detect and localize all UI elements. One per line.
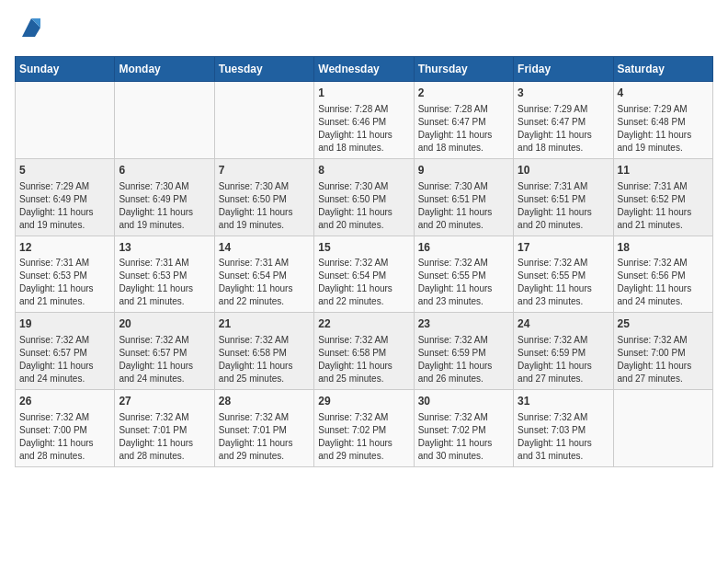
calendar-table: SundayMondayTuesdayWednesdayThursdayFrid… bbox=[15, 56, 713, 467]
day-info: Sunrise: 7:32 AMSunset: 7:00 PMDaylight:… bbox=[19, 411, 110, 463]
calendar-cell: 24Sunrise: 7:32 AMSunset: 6:59 PMDayligh… bbox=[514, 313, 613, 390]
day-number: 28 bbox=[219, 394, 310, 409]
calendar-cell: 14Sunrise: 7:31 AMSunset: 6:54 PMDayligh… bbox=[214, 236, 313, 313]
day-info: Sunrise: 7:28 AMSunset: 6:47 PMDaylight:… bbox=[418, 103, 509, 155]
day-info: Sunrise: 7:29 AMSunset: 6:49 PMDaylight:… bbox=[19, 180, 110, 232]
calendar-cell: 10Sunrise: 7:31 AMSunset: 6:51 PMDayligh… bbox=[514, 158, 613, 236]
day-header-friday: Friday bbox=[514, 57, 613, 82]
calendar-cell: 22Sunrise: 7:32 AMSunset: 6:58 PMDayligh… bbox=[314, 313, 414, 390]
day-number: 9 bbox=[418, 163, 509, 178]
calendar-cell: 13Sunrise: 7:31 AMSunset: 6:53 PMDayligh… bbox=[115, 236, 214, 313]
calendar-cell: 3Sunrise: 7:29 AMSunset: 6:47 PMDaylight… bbox=[514, 82, 613, 159]
calendar-cell: 11Sunrise: 7:31 AMSunset: 6:52 PMDayligh… bbox=[613, 158, 712, 236]
day-number: 17 bbox=[518, 240, 609, 256]
day-info: Sunrise: 7:30 AMSunset: 6:50 PMDaylight:… bbox=[219, 180, 310, 232]
day-info: Sunrise: 7:31 AMSunset: 6:53 PMDaylight:… bbox=[119, 257, 210, 308]
day-info: Sunrise: 7:32 AMSunset: 6:57 PMDaylight:… bbox=[119, 334, 210, 385]
day-header-sunday: Sunday bbox=[16, 57, 115, 82]
calendar-cell: 2Sunrise: 7:28 AMSunset: 6:47 PMDaylight… bbox=[414, 82, 513, 159]
day-header-wednesday: Wednesday bbox=[314, 57, 414, 82]
calendar-cell: 28Sunrise: 7:32 AMSunset: 7:01 PMDayligh… bbox=[214, 390, 313, 467]
calendar-cell bbox=[214, 82, 313, 159]
day-info: Sunrise: 7:32 AMSunset: 6:58 PMDaylight:… bbox=[219, 334, 310, 385]
day-number: 13 bbox=[119, 240, 210, 256]
day-info: Sunrise: 7:28 AMSunset: 6:46 PMDaylight:… bbox=[318, 103, 409, 155]
day-number: 31 bbox=[518, 394, 609, 409]
logo-icon bbox=[18, 15, 44, 40]
day-info: Sunrise: 7:32 AMSunset: 6:55 PMDaylight:… bbox=[518, 257, 609, 308]
calendar-week-row: 5Sunrise: 7:29 AMSunset: 6:49 PMDaylight… bbox=[16, 158, 713, 236]
calendar-cell: 8Sunrise: 7:30 AMSunset: 6:50 PMDaylight… bbox=[314, 158, 414, 236]
calendar-cell: 19Sunrise: 7:32 AMSunset: 6:57 PMDayligh… bbox=[16, 313, 115, 390]
calendar-cell: 15Sunrise: 7:32 AMSunset: 6:54 PMDayligh… bbox=[314, 236, 414, 313]
calendar-week-row: 19Sunrise: 7:32 AMSunset: 6:57 PMDayligh… bbox=[16, 313, 713, 390]
calendar-cell: 25Sunrise: 7:32 AMSunset: 7:00 PMDayligh… bbox=[613, 313, 712, 390]
calendar-cell bbox=[613, 390, 712, 467]
day-number: 24 bbox=[518, 316, 609, 332]
page-header bbox=[15, 15, 713, 45]
day-number: 19 bbox=[19, 316, 110, 332]
calendar-cell bbox=[115, 82, 214, 159]
calendar-cell: 23Sunrise: 7:32 AMSunset: 6:59 PMDayligh… bbox=[414, 313, 513, 390]
day-number: 4 bbox=[618, 86, 709, 101]
day-number: 23 bbox=[418, 316, 509, 332]
calendar-cell: 7Sunrise: 7:30 AMSunset: 6:50 PMDaylight… bbox=[214, 158, 313, 236]
day-info: Sunrise: 7:29 AMSunset: 6:48 PMDaylight:… bbox=[618, 103, 709, 155]
day-number: 3 bbox=[518, 86, 609, 101]
day-number: 12 bbox=[19, 240, 110, 256]
logo bbox=[15, 15, 44, 45]
day-number: 15 bbox=[318, 240, 409, 256]
day-info: Sunrise: 7:31 AMSunset: 6:52 PMDaylight:… bbox=[618, 180, 709, 232]
day-info: Sunrise: 7:32 AMSunset: 7:02 PMDaylight:… bbox=[318, 411, 409, 463]
day-number: 16 bbox=[418, 240, 509, 256]
calendar-cell: 4Sunrise: 7:29 AMSunset: 6:48 PMDaylight… bbox=[613, 82, 712, 159]
day-number: 26 bbox=[19, 394, 110, 409]
calendar-cell: 30Sunrise: 7:32 AMSunset: 7:02 PMDayligh… bbox=[414, 390, 513, 467]
day-info: Sunrise: 7:30 AMSunset: 6:51 PMDaylight:… bbox=[418, 180, 509, 232]
day-info: Sunrise: 7:32 AMSunset: 7:03 PMDaylight:… bbox=[518, 411, 609, 463]
day-number: 22 bbox=[318, 316, 409, 332]
day-header-thursday: Thursday bbox=[414, 57, 513, 82]
day-number: 5 bbox=[19, 163, 110, 178]
day-info: Sunrise: 7:32 AMSunset: 6:56 PMDaylight:… bbox=[618, 257, 709, 308]
calendar-cell: 6Sunrise: 7:30 AMSunset: 6:49 PMDaylight… bbox=[115, 158, 214, 236]
calendar-cell: 17Sunrise: 7:32 AMSunset: 6:55 PMDayligh… bbox=[514, 236, 613, 313]
day-info: Sunrise: 7:31 AMSunset: 6:51 PMDaylight:… bbox=[518, 180, 609, 232]
day-number: 8 bbox=[318, 163, 409, 178]
day-info: Sunrise: 7:32 AMSunset: 6:59 PMDaylight:… bbox=[518, 334, 609, 385]
calendar-week-row: 12Sunrise: 7:31 AMSunset: 6:53 PMDayligh… bbox=[16, 236, 713, 313]
day-number: 14 bbox=[219, 240, 310, 256]
day-info: Sunrise: 7:32 AMSunset: 7:02 PMDaylight:… bbox=[418, 411, 509, 463]
day-number: 29 bbox=[318, 394, 409, 409]
day-header-monday: Monday bbox=[115, 57, 214, 82]
day-info: Sunrise: 7:32 AMSunset: 6:55 PMDaylight:… bbox=[418, 257, 509, 308]
day-header-tuesday: Tuesday bbox=[214, 57, 313, 82]
day-number: 11 bbox=[618, 163, 709, 178]
calendar-week-row: 26Sunrise: 7:32 AMSunset: 7:00 PMDayligh… bbox=[16, 390, 713, 467]
calendar-cell: 31Sunrise: 7:32 AMSunset: 7:03 PMDayligh… bbox=[514, 390, 613, 467]
calendar-cell: 20Sunrise: 7:32 AMSunset: 6:57 PMDayligh… bbox=[115, 313, 214, 390]
calendar-cell bbox=[16, 82, 115, 159]
calendar-cell: 29Sunrise: 7:32 AMSunset: 7:02 PMDayligh… bbox=[314, 390, 414, 467]
day-number: 1 bbox=[318, 86, 409, 101]
day-info: Sunrise: 7:32 AMSunset: 7:01 PMDaylight:… bbox=[119, 411, 210, 463]
day-info: Sunrise: 7:32 AMSunset: 6:54 PMDaylight:… bbox=[318, 257, 409, 308]
calendar-cell: 9Sunrise: 7:30 AMSunset: 6:51 PMDaylight… bbox=[414, 158, 513, 236]
day-number: 10 bbox=[518, 163, 609, 178]
day-number: 21 bbox=[219, 316, 310, 332]
day-number: 25 bbox=[618, 316, 709, 332]
day-info: Sunrise: 7:32 AMSunset: 6:58 PMDaylight:… bbox=[318, 334, 409, 385]
day-number: 30 bbox=[418, 394, 509, 409]
calendar-week-row: 1Sunrise: 7:28 AMSunset: 6:46 PMDaylight… bbox=[16, 82, 713, 159]
day-number: 2 bbox=[418, 86, 509, 101]
day-info: Sunrise: 7:30 AMSunset: 6:49 PMDaylight:… bbox=[119, 180, 210, 232]
day-info: Sunrise: 7:31 AMSunset: 6:54 PMDaylight:… bbox=[219, 257, 310, 308]
calendar-cell: 27Sunrise: 7:32 AMSunset: 7:01 PMDayligh… bbox=[115, 390, 214, 467]
day-info: Sunrise: 7:32 AMSunset: 7:00 PMDaylight:… bbox=[618, 334, 709, 385]
day-info: Sunrise: 7:32 AMSunset: 6:57 PMDaylight:… bbox=[19, 334, 110, 385]
calendar-cell: 12Sunrise: 7:31 AMSunset: 6:53 PMDayligh… bbox=[16, 236, 115, 313]
day-number: 20 bbox=[119, 316, 210, 332]
day-number: 6 bbox=[119, 163, 210, 178]
logo-text bbox=[15, 15, 44, 45]
calendar-cell: 5Sunrise: 7:29 AMSunset: 6:49 PMDaylight… bbox=[16, 158, 115, 236]
